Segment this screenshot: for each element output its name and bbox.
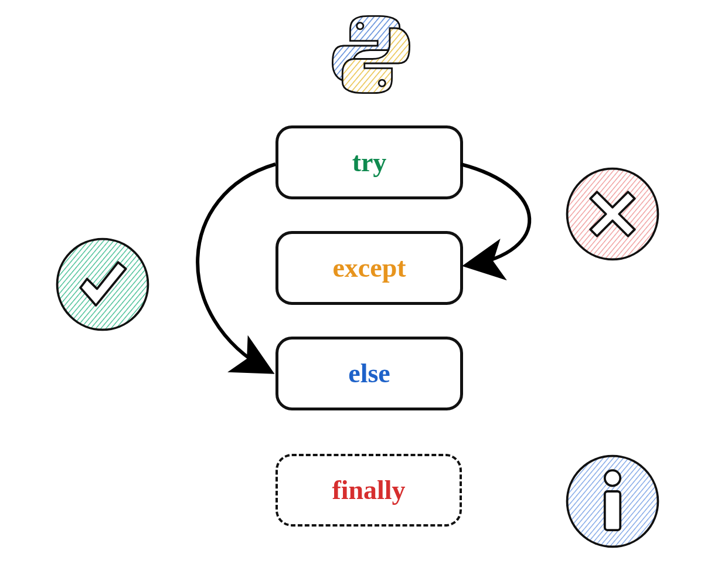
svg-rect-16 (605, 491, 620, 530)
arrow-try-to-except (461, 164, 529, 265)
except-label: except (332, 254, 406, 281)
diagram-stage: try except else finally (0, 0, 728, 584)
try-block: try (275, 125, 463, 199)
finally-block: finally (275, 454, 462, 527)
arrow-try-to-else (198, 164, 275, 371)
else-block: else (275, 337, 463, 410)
svg-point-5 (379, 80, 385, 86)
else-label: else (348, 360, 390, 387)
svg-point-4 (357, 23, 363, 29)
info-icon (563, 451, 662, 551)
checkmark-icon (53, 235, 152, 334)
svg-point-15 (605, 470, 620, 485)
except-block: except (275, 231, 463, 305)
python-logo-icon (327, 11, 415, 99)
try-label: try (352, 149, 387, 176)
finally-label: finally (332, 477, 405, 504)
cross-icon (563, 164, 662, 264)
